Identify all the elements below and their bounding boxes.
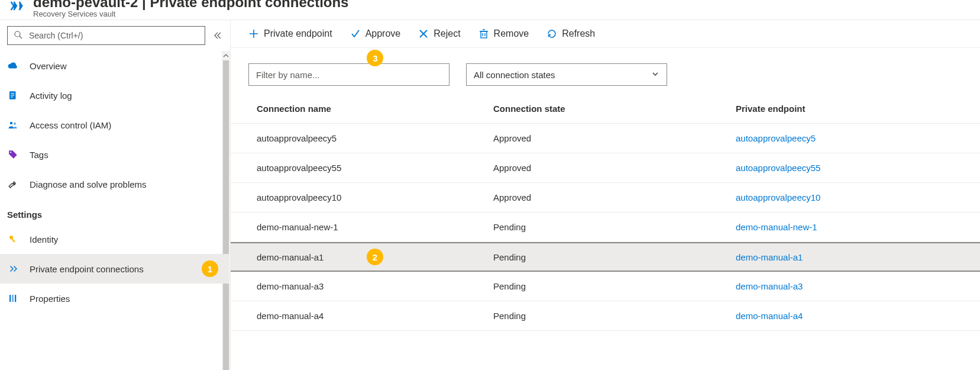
cell-state: Approved [493,192,736,202]
cell-state: Approved [493,163,736,173]
button-label: Refresh [562,28,595,39]
cell-name: autoapprovalpeecy5 [257,133,493,143]
sidebar-item-overview[interactable]: Overview [0,51,229,81]
toolbar: Private endpoint Approve 3 Reject Remov [231,20,980,48]
refresh-icon [546,28,557,39]
cell-state: Approved [493,133,736,143]
svg-rect-14 [481,31,487,38]
table-row[interactable]: demo-manual-a4Pendingdemo-manual-a4 [231,301,980,331]
sidebar-item-diagnose[interactable]: Diagnose and solve problems [0,169,229,199]
svg-point-8 [10,152,11,153]
svg-rect-13 [15,295,16,302]
sidebar-item-label: Tags [30,150,48,160]
svg-rect-12 [12,295,14,302]
column-header-state[interactable]: Connection state [493,104,736,114]
column-header-endpoint[interactable]: Private endpoint [736,104,962,114]
select-value: All connection states [474,70,555,80]
reject-button[interactable]: Reject [418,28,460,39]
column-header-name[interactable]: Connection name [257,104,493,114]
cloud-icon [7,60,19,72]
endpoint-icon [7,263,19,275]
svg-rect-3 [11,93,14,94]
sidebar-group-settings: Settings [0,199,229,224]
private-endpoint-button[interactable]: Private endpoint [248,28,332,39]
sidebar-item-activity-log[interactable]: Activity log [0,81,229,110]
callout-1: 1 [202,260,218,277]
table-row[interactable]: autoapprovalpeecy10Approvedautoapprovalp… [231,183,980,213]
resource-icon [7,0,26,15]
cell-name: demo-manual-new-1 [257,222,493,232]
callout-2: 2 [367,249,383,265]
main-pane: Private endpoint Approve 3 Reject Remov [231,20,980,370]
sidebar-item-private-endpoint-connections[interactable]: Private endpoint connections 1 [0,254,229,284]
svg-point-7 [14,123,16,125]
cell-name: demo-manual-a3 [257,281,493,291]
svg-point-0 [15,31,20,37]
table-row[interactable]: demo-manual-a3Pendingdemo-manual-a3 [231,272,980,301]
endpoint-link[interactable]: demo-manual-a4 [736,311,962,321]
people-icon [7,119,19,131]
cell-name: autoapprovalpeecy10 [257,192,493,202]
key-icon [7,233,19,245]
sidebar-item-identity[interactable]: Identity [0,224,229,254]
tag-icon [7,149,19,160]
search-input[interactable] [29,31,199,40]
svg-line-1 [20,36,22,38]
table-row[interactable]: demo-manual-a1Pendingdemo-manual-a12 [231,242,980,272]
button-label: Private endpoint [264,28,332,39]
endpoint-link[interactable]: demo-manual-new-1 [736,222,962,232]
sidebar-item-label: Private endpoint connections [30,264,144,274]
connections-table: Connection name Connection state Private… [231,94,980,331]
log-icon [7,89,19,101]
endpoint-link[interactable]: autoapprovalpeecy10 [736,192,962,202]
cell-state: Pending [493,252,736,262]
sidebar-item-label: Activity log [30,91,72,101]
chevron-down-icon [651,70,659,80]
trash-icon [478,28,489,39]
remove-button[interactable]: Remove [478,28,529,39]
button-label: Remove [494,28,529,39]
svg-point-6 [10,122,13,125]
cell-state: Pending [493,222,736,232]
plus-icon [248,28,259,39]
sidebar-item-properties[interactable]: Properties [0,284,229,313]
sidebar: Overview Activity log Access control (IA… [0,20,231,370]
cell-name: demo-manual-a4 [257,311,493,321]
cell-state: Pending [493,281,736,291]
search-box[interactable] [7,26,205,45]
endpoint-link[interactable]: autoapprovalpeecy5 [736,133,962,143]
button-label: Reject [434,28,460,39]
search-icon [14,30,23,41]
svg-rect-5 [11,96,13,97]
endpoint-link[interactable]: demo-manual-a3 [736,281,962,291]
table-row[interactable]: demo-manual-new-1Pendingdemo-manual-new-… [231,213,980,242]
table-row[interactable]: autoapprovalpeecy5Approvedautoapprovalpe… [231,124,980,153]
sidebar-item-label: Access control (IAM) [30,120,111,130]
approve-button[interactable]: Approve 3 [350,28,401,39]
endpoint-link[interactable]: autoapprovalpeecy55 [736,163,962,173]
x-icon [418,28,429,39]
sidebar-item-tags[interactable]: Tags [0,140,229,169]
cell-state: Pending [493,311,736,321]
svg-rect-11 [9,295,11,302]
page-title: demo-pevault-2 | Private endpoint connec… [33,0,348,9]
collapse-sidebar-button[interactable] [211,30,223,41]
refresh-button[interactable]: Refresh [546,28,595,39]
table-row[interactable]: autoapprovalpeecy55Approvedautoapprovalp… [231,153,980,183]
connection-state-select[interactable]: All connection states [466,63,667,86]
sidebar-item-access-control[interactable]: Access control (IAM) [0,110,229,140]
button-label: Approve [366,28,401,39]
sidebar-item-label: Properties [30,294,70,304]
wrench-icon [7,178,19,190]
svg-rect-10 [11,239,15,243]
callout-3: 3 [367,50,383,66]
cell-name: autoapprovalpeecy55 [257,163,493,173]
endpoint-link[interactable]: demo-manual-a1 [736,252,962,262]
properties-icon [7,292,19,304]
svg-rect-4 [11,95,14,95]
check-icon [350,28,361,39]
sidebar-item-label: Overview [30,61,67,71]
sidebar-item-label: Identity [30,234,58,244]
sidebar-item-label: Diagnose and solve problems [30,179,147,189]
filter-input[interactable] [248,63,449,86]
